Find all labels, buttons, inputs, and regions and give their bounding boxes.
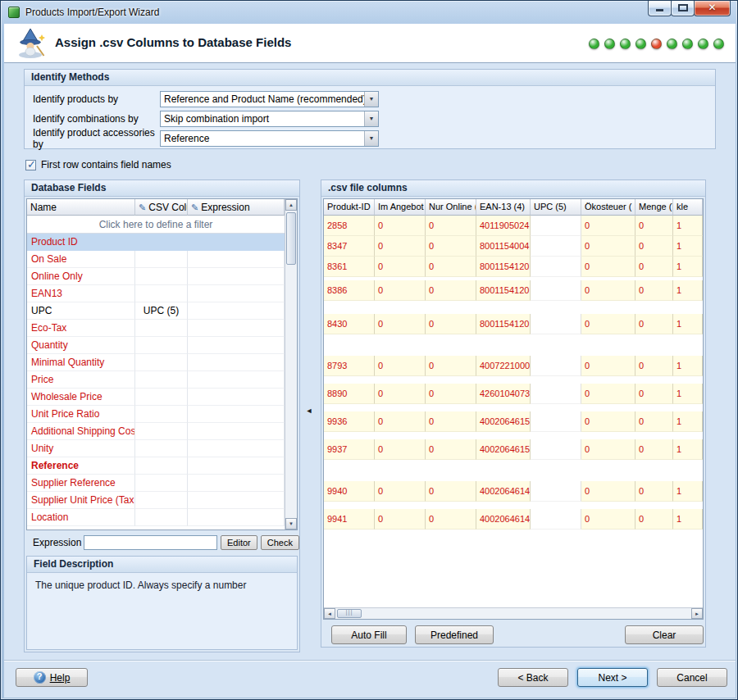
db-field-row[interactable]: Product ID [27,234,285,251]
expression-cell[interactable] [188,268,285,285]
horizontal-scrollbar[interactable] [324,607,703,619]
dropdown-arrow-icon[interactable] [364,111,378,126]
db-field-row[interactable]: EAN13 [27,285,285,302]
csv-column-cell[interactable] [135,371,188,389]
db-field-row[interactable]: Eco-Tax [27,320,285,337]
close-button[interactable] [694,1,731,16]
expression-cell[interactable] [188,371,285,389]
csv-column-header[interactable]: Menge (7) [636,199,673,216]
csv-cell: 8001154120 [476,314,531,334]
db-field-row[interactable]: Minimal Quantity [27,354,285,371]
csv-column-header[interactable]: Produkt-ID [324,199,375,216]
csv-column-header[interactable]: Im Angebot [375,199,426,216]
csv-data-row: 8890 0 0 4260104073 0 0 1 [324,384,703,404]
csv-column-header[interactable]: Ökosteuer ( [581,199,636,216]
clear-button[interactable]: Clear [625,625,704,644]
db-field-row[interactable]: UPC UPC (5) [27,302,285,320]
expression-cell[interactable] [188,234,285,251]
panel-collapse-handle[interactable] [303,401,315,420]
csv-column-cell[interactable] [135,354,188,371]
csv-cell: 9936 [324,411,375,432]
csv-column-cell[interactable] [135,475,188,492]
csv-column-cell[interactable] [135,406,188,423]
csv-column-cell[interactable] [135,285,188,302]
back-button[interactable]: < Back [498,668,568,687]
db-field-row[interactable]: Reference [27,457,285,475]
db-field-row[interactable]: Unity [27,440,285,457]
expression-cell[interactable] [188,285,285,302]
next-button[interactable]: Next > [577,668,648,687]
column-header-expression[interactable]: Expression [188,199,285,216]
expression-cell[interactable] [188,492,285,509]
db-field-row[interactable]: Quantity [27,337,285,354]
csv-column-header[interactable]: kle [673,199,703,216]
db-field-row[interactable]: Supplier Unit Price (Tax [27,492,285,509]
csv-column-cell[interactable] [135,389,188,406]
csv-column-cell[interactable] [135,440,188,457]
db-field-row[interactable]: Online Only [27,268,285,285]
expression-cell[interactable] [188,320,285,337]
csv-column-cell[interactable] [135,234,188,251]
csv-column-cell[interactable] [135,320,188,337]
wizard-content: Identify Methods Identify products by Re… [4,63,736,698]
scrollbar-thumb[interactable] [337,609,362,618]
csv-cell: 0 [426,509,476,530]
identify-dropdown[interactable]: Reference [160,130,379,147]
predefined-button[interactable]: Predefined [415,625,494,644]
db-field-row[interactable]: Location [27,509,285,526]
db-field-row[interactable]: Price [27,371,285,389]
expression-cell[interactable] [188,337,285,354]
expression-cell[interactable] [188,440,285,457]
scroll-up-button[interactable] [285,199,297,211]
check-button[interactable]: Check [261,535,299,550]
expression-cell[interactable] [188,423,285,440]
expression-cell[interactable] [188,475,285,492]
csv-column-cell[interactable] [135,337,188,354]
csv-column-header[interactable]: Nur Online ( [426,199,476,216]
csv-column-cell[interactable] [135,423,188,440]
first-row-checkbox[interactable]: First row contains field names [25,159,171,170]
csv-column-cell[interactable] [135,268,188,285]
auto-fill-button[interactable]: Auto Fill [331,625,407,644]
help-button[interactable]: Help [16,668,88,687]
scroll-down-button[interactable] [285,518,297,530]
column-header-name[interactable]: Name [27,199,135,216]
expression-cell[interactable] [188,457,285,475]
csv-column-header[interactable]: EAN-13 (4) [476,199,531,216]
editor-button[interactable]: Editor [221,535,257,550]
database-fields-table: Name CSV Colu Expression Click here to d… [26,198,298,530]
dropdown-arrow-icon[interactable] [364,131,378,146]
csv-column-cell[interactable] [135,251,188,268]
csv-column-cell[interactable]: UPC (5) [135,302,188,320]
identify-dropdown[interactable]: Skip combination import [160,111,379,127]
vertical-scrollbar[interactable] [285,199,297,530]
csv-column-header[interactable]: UPC (5) [531,199,581,216]
scrollbar-thumb[interactable] [286,212,296,265]
csv-column-cell[interactable] [135,509,188,526]
db-field-row[interactable]: Additional Shipping Cost [27,423,285,440]
scroll-right-button[interactable] [691,608,703,619]
csv-column-cell[interactable] [135,457,188,475]
csv-column-cell[interactable] [135,492,188,509]
filter-row[interactable]: Click here to define a filter [27,216,285,234]
expression-cell[interactable] [188,302,285,320]
expression-cell[interactable] [188,251,285,268]
titlebar[interactable]: Products Import/Export Wizard [1,1,737,24]
cancel-button[interactable]: Cancel [657,668,727,687]
db-field-row[interactable]: Unit Price Ratio [27,406,285,423]
expression-cell[interactable] [188,406,285,423]
db-field-row[interactable]: On Sale [27,251,285,268]
db-field-row[interactable]: Wholesale Price [27,389,285,406]
maximize-button[interactable] [671,1,695,16]
identify-dropdown[interactable]: Reference and Product Name (recommended) [160,91,379,107]
scroll-left-button[interactable] [324,608,335,619]
expression-cell[interactable] [188,354,285,371]
expression-cell[interactable] [188,509,285,526]
db-field-row[interactable]: Supplier Reference [27,475,285,492]
expression-cell[interactable] [188,389,285,406]
checkbox-box[interactable] [25,160,36,170]
column-header-csv-column[interactable]: CSV Colu [135,199,188,216]
dropdown-arrow-icon[interactable] [364,92,378,107]
minimize-button[interactable] [648,1,672,16]
expression-input[interactable] [84,535,217,550]
